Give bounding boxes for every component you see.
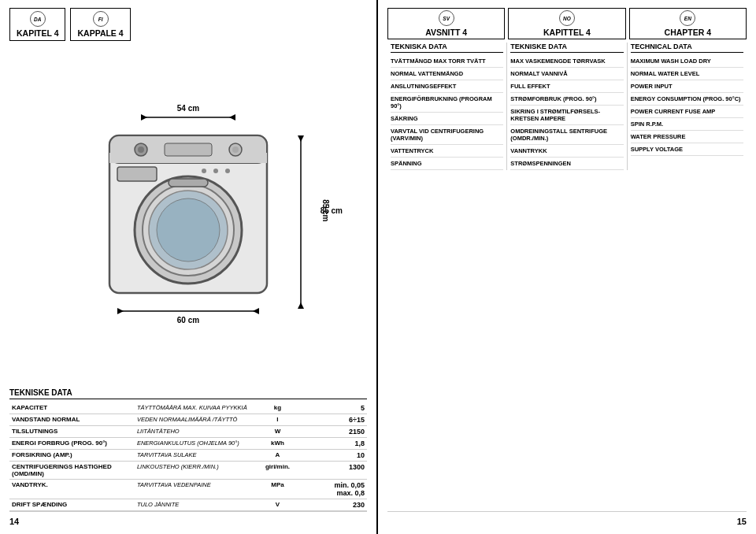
sv-row: VATTENTRYCK: [391, 145, 503, 158]
en-row: MAXIMUM WASH LOAD DRY: [631, 55, 743, 68]
row-unit: W: [260, 426, 295, 438]
right-page-num: 15: [737, 517, 747, 526]
no-label: SIKRING I STRØMTILFØRSELS-KRETSEN AMPERE: [510, 108, 623, 122]
en-label: SPIN r.p.m.: [631, 121, 743, 128]
row-label: KAPACITET: [9, 402, 135, 414]
svg-point-18: [213, 169, 218, 173]
svg-point-7: [138, 146, 144, 153]
chapter-sv: SV AVSNITT 4: [387, 8, 505, 39]
row-sublabel: ENERGIANKULUTUS (OHJELMA 90°): [135, 438, 260, 450]
no-section-title: TEKNISKE DATA: [510, 43, 623, 53]
chapter-da-label: KAPITEL 4: [17, 28, 58, 38]
en-label: MAXIMUM WASH LOAD DRY: [631, 57, 743, 65]
sv-row: VARVTAL VID CENTRIFUGERING (Varv/min): [391, 125, 503, 145]
no-row: FULL EFFEKT: [510, 80, 623, 93]
sv-label: SPÄNNING: [391, 160, 503, 167]
no-row: STRØMFORBRUK (PROG. 90°): [510, 93, 623, 106]
right-footer: 15: [387, 511, 747, 526]
chapter-fi: FI KAPPALE 4: [70, 8, 130, 41]
sv-label: ANSLUTNINGSEFFEKT: [391, 83, 503, 90]
row-value: 2150: [295, 426, 367, 438]
left-table-row: KAPACITET TÄYTTÖMÄÄRÄ MAX. KUIVAA PYYKKI…: [9, 402, 367, 414]
row-label: DRIFT SPÆNDING: [9, 499, 135, 511]
row-value: 6÷15: [295, 414, 367, 426]
row-label: CENTRIFUGERINGS HASTIGHED (Omd/min): [9, 462, 135, 480]
svg-marker-2: [229, 114, 235, 121]
no-label: STRØMFORBRUK (PROG. 90°): [510, 95, 623, 102]
row-sublabel: TARVITTAVA SULAKE: [135, 450, 260, 462]
chapter-sv-label: AVSNITT 4: [425, 28, 467, 37]
sv-label: SÄKRING: [391, 115, 503, 122]
flag-da: DA: [30, 11, 46, 27]
row-label: FORSIKRING (Amp.): [9, 450, 135, 462]
no-label: FULL EFFEKT: [510, 83, 623, 90]
svg-point-17: [202, 169, 206, 173]
sv-row: ENERGIFÖRBRUKNING (PROGRAM 90°): [391, 93, 503, 113]
row-value: 1,8: [295, 438, 367, 450]
svg-marker-22: [298, 302, 304, 309]
row-sublabel: LINKOUSTEHO (Kierr./min.): [135, 462, 260, 480]
sv-label: ENERGIFÖRBRUKNING (PROGRAM 90°): [391, 95, 503, 109]
no-row: MAX VASKEMENGDE TØRRVASK: [510, 55, 623, 68]
sv-section-title: TEKNISKA DATA: [391, 43, 503, 53]
left-page-num: 14: [9, 517, 19, 526]
sv-label: VARVTAL VID CENTRIFUGERING (Varv/min): [391, 128, 503, 142]
left-section-title: TEKNISKE DATA: [9, 388, 367, 399]
row-unit: l: [260, 414, 295, 426]
svg-marker-1: [141, 114, 147, 121]
svg-point-19: [225, 169, 230, 173]
sv-label: VATTENTRYCK: [391, 147, 503, 154]
page: DA KAPITEL 4 FI KAPPALE 4 54 cm: [0, 0, 756, 534]
dim-85-arrow: [295, 135, 306, 309]
sv-row: ANSLUTNINGSEFFEKT: [391, 80, 503, 93]
sv-row: TVÄTTMÄNGD MAX TORR TVÄTT: [391, 55, 503, 68]
en-label: SUPPLY VOLTAGE: [631, 146, 743, 153]
left-data-table: KAPACITET TÄYTTÖMÄÄRÄ MAX. KUIVAA PYYKKI…: [9, 402, 367, 511]
en-label: WATER PRESSURE: [631, 133, 743, 140]
left-table-row: VANDTRYK. TARVITTAVA VEDENPAINE MPa min.…: [9, 480, 367, 499]
sv-label: NORMAL VATTENMÄNGD: [391, 70, 503, 77]
left-header: DA KAPITEL 4 FI KAPPALE 4: [9, 8, 367, 41]
dim-85-text: 85 cm: [321, 206, 343, 215]
no-label: VANNTRYKK: [510, 147, 623, 154]
row-label: VANDSTAND NORMAL: [9, 414, 135, 426]
row-value: 230: [295, 499, 367, 511]
svg-rect-16: [117, 167, 157, 181]
left-page: DA KAPITEL 4 FI KAPPALE 4 54 cm: [0, 0, 378, 534]
row-value: 1300: [295, 462, 367, 480]
right-header: SV AVSNITT 4 NO KAPITTEL 4 EN CHAPTER 4: [387, 8, 747, 39]
chapter-fi-label: KAPPALE 4: [77, 28, 123, 38]
row-unit: A: [260, 450, 295, 462]
sv-label: TVÄTTMÄNGD MAX TORR TVÄTT: [391, 57, 503, 65]
en-row: SPIN r.p.m.: [631, 118, 743, 131]
right-page: SV AVSNITT 4 NO KAPITTEL 4 EN CHAPTER 4 …: [378, 0, 756, 534]
dim-60-arrow: [117, 306, 259, 316]
chapter-en-label: CHAPTER 4: [665, 28, 712, 37]
svg-marker-25: [253, 308, 259, 314]
row-label: ENERGI FORBRUG (PROG. 90°): [9, 438, 135, 450]
flag-en: EN: [680, 10, 695, 26]
svg-point-9: [232, 146, 239, 153]
left-table-row: ENERGI FORBRUG (PROG. 90°) ENERGIANKULUT…: [9, 438, 367, 450]
col-sv: TEKNISKA DATA TVÄTTMÄNGD MAX TORR TVÄTTN…: [387, 43, 507, 170]
left-table-row: DRIFT SPÆNDING TULO JÄNNITE V 230: [9, 499, 367, 511]
dim-60-label: 60 cm: [177, 316, 199, 324]
illustration-area: 54 cm: [9, 44, 367, 384]
row-sublabel: VEDEN NORMAALIMÄÄRÄ /TÄYTTÖ: [135, 414, 260, 426]
sv-row: SÄKRING: [391, 113, 503, 125]
row-unit: V: [260, 499, 295, 511]
svg-rect-10: [165, 143, 212, 156]
chapter-no: NO KAPITTEL 4: [508, 8, 625, 39]
en-label: POWER CURRENT FUSE AMP: [631, 108, 743, 115]
sv-row: SPÄNNING: [391, 158, 503, 170]
no-label: NORMALT VANNIVÅ: [510, 70, 623, 77]
sv-row: NORMAL VATTENMÄNGD: [391, 68, 503, 80]
chapter-en: EN CHAPTER 4: [629, 8, 747, 39]
svg-marker-24: [117, 308, 124, 314]
en-row: WATER PRESSURE: [631, 131, 743, 143]
row-value: min. 0,05 max. 0,8: [295, 480, 367, 499]
flag-no: NO: [559, 10, 575, 26]
dim-54-arrow: [141, 113, 235, 122]
row-unit: kWh: [260, 438, 295, 450]
left-footer: 14: [9, 511, 367, 526]
